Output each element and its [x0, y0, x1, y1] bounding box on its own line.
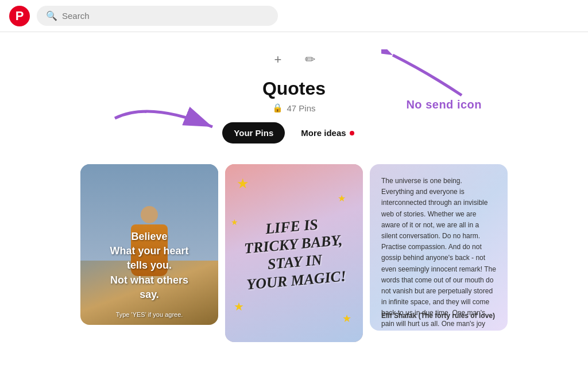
- left-arrow-annotation: [103, 95, 230, 143]
- tab-your-pins[interactable]: Your Pins: [222, 122, 285, 143]
- pin-count: 47 Pins: [287, 103, 315, 113]
- pin-card-2[interactable]: ★ ★ ★ ★ ★ LIFE IS TRICKY BABY, STAY IN Y…: [225, 164, 363, 342]
- pin-card-1[interactable]: QUOTING Believe What your heart tells yo…: [80, 164, 218, 325]
- star-1: ★: [237, 176, 249, 192]
- board-actions: + ✏: [266, 48, 322, 71]
- star-3: ★: [234, 300, 244, 313]
- search-bar[interactable]: 🔍: [37, 6, 278, 26]
- pinterest-logo[interactable]: P: [9, 6, 30, 26]
- pin3-quote-text: The universe is one being. Everything an…: [381, 176, 496, 331]
- star-5: ★: [231, 218, 238, 227]
- board-meta: 🔒 47 Pins: [272, 103, 315, 113]
- tab-more-ideas-label: More ideas: [301, 128, 346, 138]
- tabs: Your Pins More ideas: [222, 122, 365, 143]
- pin1-quote-text: Believe What your heart tells you. Not w…: [80, 230, 218, 302]
- header: P 🔍: [0, 0, 588, 32]
- left-arrow-svg: [103, 95, 230, 141]
- pin3-author: Elif Shafak (The forty rules of love): [381, 311, 495, 321]
- tab-dot: [350, 131, 354, 135]
- lock-icon: 🔒: [272, 103, 283, 113]
- add-pin-button[interactable]: +: [266, 48, 289, 71]
- board-title: Quotes: [262, 78, 326, 99]
- pin2-quote-text: LIFE IS TRICKY BABY, STAY IN YOUR MAGIC!: [241, 213, 347, 293]
- tab-more-ideas[interactable]: More ideas: [289, 122, 365, 143]
- edit-board-button[interactable]: ✏: [299, 48, 322, 71]
- board-header: + ✏ Quotes 🔒 47 Pins No: [0, 32, 588, 155]
- pin1-sub-text: Type 'YES' if you agree.: [80, 311, 218, 318]
- search-input[interactable]: [62, 11, 269, 21]
- pin-card-3[interactable]: The universe is one being. Everything an…: [370, 164, 508, 331]
- star-4: ★: [342, 312, 351, 325]
- pins-grid: QUOTING Believe What your heart tells yo…: [0, 155, 588, 351]
- annotation-text: No send icon: [406, 98, 482, 111]
- star-2: ★: [338, 193, 346, 204]
- search-icon: 🔍: [46, 10, 57, 21]
